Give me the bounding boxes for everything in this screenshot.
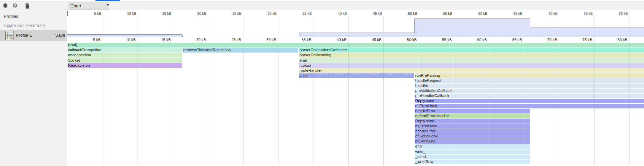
svg-text:%: % [10, 36, 13, 40]
